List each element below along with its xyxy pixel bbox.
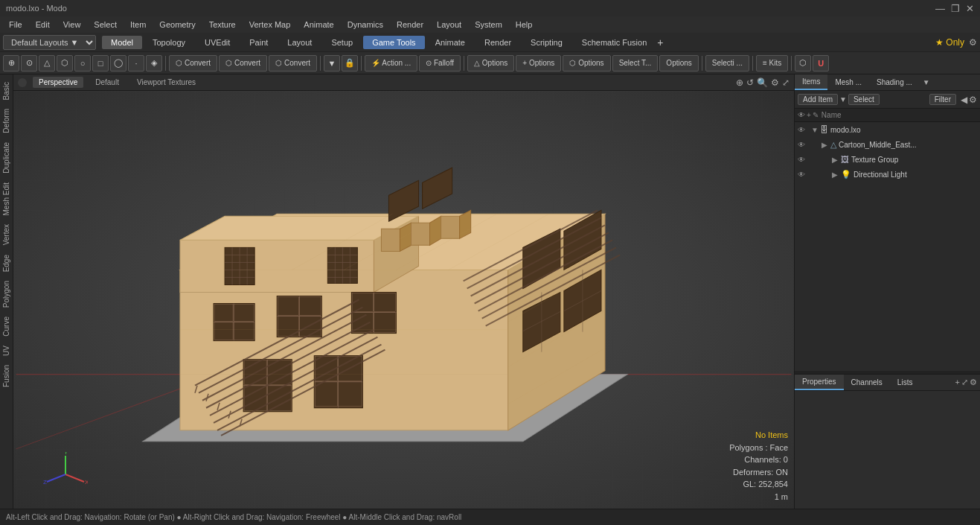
props-tab-lists[interactable]: Lists bbox=[890, 375, 920, 390]
maximize-button[interactable]: ❐ bbox=[951, 3, 960, 14]
tab-model[interactable]: Model bbox=[102, 36, 142, 49]
items-tab-shading[interactable]: Shading ... bbox=[869, 74, 920, 90]
props-expand-btn[interactable]: ⤢ bbox=[961, 378, 968, 387]
sidebar-tab-duplicate[interactable]: Duplicate bbox=[1, 138, 12, 178]
items-panel-shrink[interactable]: ◀ bbox=[961, 95, 967, 105]
menu-select[interactable]: Select bbox=[88, 19, 123, 31]
tool-circle-btn[interactable]: ⊕ bbox=[3, 55, 19, 71]
vp-expand-icon[interactable]: ⤢ bbox=[782, 77, 790, 88]
sidebar-tab-edge[interactable]: Edge bbox=[1, 250, 12, 276]
select-button[interactable]: Select bbox=[848, 94, 880, 105]
tab-game-tools[interactable]: Game Tools bbox=[363, 36, 425, 49]
props-tab-properties[interactable]: Properties bbox=[795, 375, 844, 390]
tab-uvedit[interactable]: UVEdit bbox=[196, 36, 239, 49]
filter-button[interactable]: Filter bbox=[929, 94, 956, 105]
unreal-icon-btn[interactable]: U bbox=[813, 55, 829, 71]
items-tree[interactable]: 👁 ▼ 🗄 modo.lxo 👁 ▶ △ Cartoon_Middle_East… bbox=[795, 122, 980, 371]
props-add-btn[interactable]: + bbox=[955, 378, 960, 387]
tree-item-root[interactable]: 👁 ▼ 🗄 modo.lxo bbox=[795, 122, 980, 137]
sidebar-tab-uv[interactable]: UV bbox=[1, 341, 12, 360]
tab-schematic-fusion[interactable]: Schematic Fusion bbox=[573, 36, 656, 49]
options-btn-1[interactable]: △ Options bbox=[467, 55, 514, 71]
tab-paint[interactable]: Paint bbox=[240, 36, 277, 49]
vp-tab-textures[interactable]: Viewport Textures bbox=[131, 77, 202, 88]
tool-tri-btn[interactable]: △ bbox=[39, 55, 55, 71]
tree-eye-cartoon[interactable]: 👁 bbox=[798, 141, 808, 149]
tab-topology[interactable]: Topology bbox=[144, 36, 194, 49]
tab-scripting[interactable]: Scripting bbox=[522, 36, 571, 49]
items-tab-arrow[interactable]: ▼ bbox=[920, 78, 933, 86]
vp-home-icon[interactable]: ⊕ bbox=[736, 77, 743, 88]
convert-btn-3[interactable]: ⬡ Convert bbox=[269, 55, 317, 71]
options-btn-4[interactable]: Options bbox=[659, 55, 698, 71]
tree-eye-texture[interactable]: 👁 bbox=[798, 156, 808, 164]
vp-settings-icon[interactable]: ⚙ bbox=[771, 77, 779, 88]
convert-btn-1[interactable]: ⬡ Convert bbox=[169, 55, 217, 71]
lock-icon-btn[interactable]: 🔒 bbox=[342, 55, 358, 71]
menu-system[interactable]: System bbox=[469, 19, 508, 31]
sidebar-tab-polygon[interactable]: Polygon bbox=[1, 276, 12, 312]
tab-render[interactable]: Render bbox=[475, 36, 520, 49]
action-btn[interactable]: ⚡ Action ... bbox=[365, 55, 417, 71]
layout-selector[interactable]: Default Layouts ▼ bbox=[3, 35, 96, 50]
menu-animate[interactable]: Animate bbox=[298, 19, 339, 31]
convert-btn-2[interactable]: ⬡ Convert bbox=[219, 55, 267, 71]
menu-help[interactable]: Help bbox=[510, 19, 539, 31]
menu-vertex-map[interactable]: Vertex Map bbox=[243, 19, 297, 31]
sidebar-tab-vertex[interactable]: Vertex bbox=[1, 220, 12, 249]
tab-layout[interactable]: Layout bbox=[278, 36, 321, 49]
props-tab-channels[interactable]: Channels bbox=[844, 375, 890, 390]
tool-oval-btn[interactable]: ○ bbox=[74, 55, 91, 71]
viewport-menu-btn[interactable] bbox=[18, 78, 27, 87]
tool-target-btn[interactable]: ⊙ bbox=[21, 55, 37, 71]
vp-tab-default[interactable]: Default bbox=[89, 77, 125, 88]
sidebar-tab-curve[interactable]: Curve bbox=[1, 312, 12, 341]
options-btn-3[interactable]: ⬡ Options bbox=[563, 55, 610, 71]
menu-item[interactable]: Item bbox=[124, 19, 152, 31]
viewport[interactable]: Perspective Default Viewport Textures ⊕ … bbox=[13, 74, 794, 509]
minimize-button[interactable]: — bbox=[935, 3, 945, 14]
items-scrollbar[interactable] bbox=[795, 371, 980, 374]
falloff-btn[interactable]: ⊙ Falloff bbox=[419, 55, 461, 71]
sidebar-tab-fusion[interactable]: Fusion bbox=[1, 360, 12, 392]
vp-zoom-icon[interactable]: 🔍 bbox=[757, 77, 768, 88]
menu-dynamics[interactable]: Dynamics bbox=[342, 19, 389, 31]
selecti-btn[interactable]: Selecti ... bbox=[705, 55, 749, 71]
tree-eye-light[interactable]: 👁 bbox=[798, 171, 808, 179]
render-icon-btn[interactable]: ⬡ bbox=[795, 55, 811, 71]
sidebar-tab-basic[interactable]: Basic bbox=[1, 77, 12, 104]
viewport-canvas[interactable]: No Items Polygons : Face Channels: 0 Def… bbox=[13, 91, 794, 509]
tool-dot-btn[interactable]: · bbox=[128, 55, 144, 71]
sidebar-tab-mesh-edit[interactable]: Mesh Edit bbox=[1, 178, 12, 220]
select-t-btn[interactable]: Select T... bbox=[612, 55, 659, 71]
window-controls[interactable]: — ❐ ✕ bbox=[935, 3, 974, 14]
tree-item-light[interactable]: 👁 ▶ 💡 Directional Light bbox=[795, 167, 980, 182]
add-layout-button[interactable]: + bbox=[657, 36, 663, 48]
tree-expand-cartoon[interactable]: ▶ bbox=[822, 141, 829, 149]
items-tab-mesh[interactable]: Mesh ... bbox=[827, 74, 869, 90]
tab-animate[interactable]: Animate bbox=[426, 36, 474, 49]
items-tab-items[interactable]: Items bbox=[795, 74, 827, 90]
add-item-dropdown[interactable]: ▼ bbox=[839, 95, 847, 104]
tree-expand-root[interactable]: ▼ bbox=[811, 126, 819, 134]
tree-item-cartoon[interactable]: 👁 ▶ △ Cartoon_Middle_East... bbox=[795, 137, 980, 152]
vp-tab-perspective[interactable]: Perspective bbox=[33, 77, 83, 88]
tree-item-texture[interactable]: 👁 ▶ 🖼 Texture Group bbox=[795, 152, 980, 167]
menu-edit[interactable]: Edit bbox=[30, 19, 56, 31]
menu-layout[interactable]: Layout bbox=[431, 19, 467, 31]
close-button[interactable]: ✕ bbox=[966, 3, 974, 14]
tool-ring-btn[interactable]: ◯ bbox=[110, 55, 126, 71]
tool-extra-btn[interactable]: ◈ bbox=[146, 55, 162, 71]
tool-sq-btn[interactable]: □ bbox=[92, 55, 109, 71]
tree-expand-texture[interactable]: ▶ bbox=[832, 156, 839, 164]
add-item-button[interactable]: Add Item bbox=[798, 94, 838, 105]
tab-setup[interactable]: Setup bbox=[322, 36, 362, 49]
tree-expand-light[interactable]: ▶ bbox=[832, 171, 839, 179]
sidebar-tab-deform[interactable]: Deform bbox=[1, 104, 12, 138]
menu-file[interactable]: File bbox=[3, 19, 28, 31]
menu-view[interactable]: View bbox=[57, 19, 87, 31]
mode-dropdown-btn[interactable]: ▼ bbox=[324, 55, 340, 71]
tool-hex-btn[interactable]: ⬡ bbox=[57, 55, 73, 71]
props-settings-btn[interactable]: ⚙ bbox=[970, 378, 977, 387]
kits-btn[interactable]: ≡ Kits bbox=[756, 55, 788, 71]
